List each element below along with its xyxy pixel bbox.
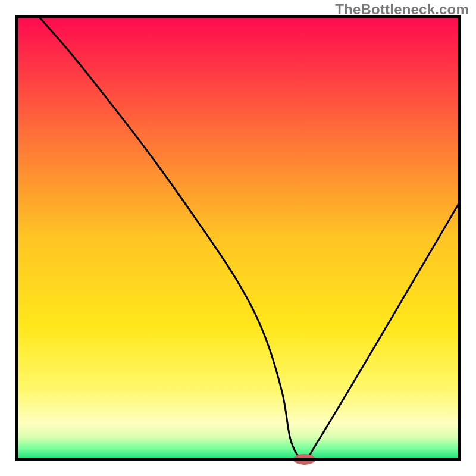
bottleneck-chart: TheBottleneck.com — [0, 0, 476, 476]
watermark-label: TheBottleneck.com — [335, 1, 469, 18]
chart-svg — [0, 0, 476, 476]
plot-background — [17, 17, 459, 459]
